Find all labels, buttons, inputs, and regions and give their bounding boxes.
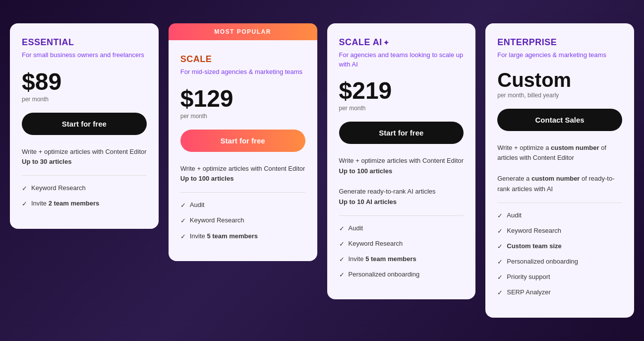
plan-scaleai-card: SCALE AI✦ For agencies and teams looking…	[327, 23, 476, 299]
plan-enterprise-period: per month, billed yearly	[497, 92, 622, 99]
check-icon: ✓	[22, 184, 27, 193]
plan-scaleai-wrapper: SCALE AI✦ For agencies and teams looking…	[327, 23, 476, 299]
feature-item: ✓ Audit	[339, 224, 464, 233]
plan-scale-features: ✓ Audit ✓ Keyword Research ✓ Invite 5 te…	[180, 201, 305, 241]
feature-priority-support: Priority support	[507, 273, 550, 281]
plan-essential-feature-desc: Write + optimize articles with Content E…	[22, 147, 147, 176]
plan-enterprise-features: ✓ Audit ✓ Keyword Research ✓ Custom team…	[497, 211, 622, 298]
check-icon: ✓	[497, 211, 503, 220]
feature-item: ✓ Personalized onboarding	[339, 270, 464, 279]
feature-custom-team: Custom team size	[507, 242, 562, 251]
feature-item: ✓ Custom team size	[497, 242, 622, 251]
feature-keyword-research: Keyword Research	[31, 184, 86, 193]
plan-enterprise-ai-desc: Generate a custom number of ready-to-ran…	[497, 175, 614, 193]
feature-item: ✓ Invite 5 team members	[339, 255, 464, 264]
plan-scale-card: SCALE For mid-sized agencies & marketing…	[169, 40, 317, 261]
plan-enterprise-feature-desc-text: Write + optimize a custom number of arti…	[497, 144, 606, 162]
plan-enterprise-card: ENTERPRISE For large agencies & marketin…	[485, 23, 634, 317]
plan-scale-wrapper: MOST POPULAR SCALE For mid-sized agencie…	[169, 23, 317, 261]
feature-serp-analyzer: SERP Analyzer	[507, 288, 551, 297]
feature-team-members: Invite 5 team members	[190, 232, 258, 241]
check-icon: ✓	[180, 201, 186, 210]
feature-audit: Audit	[507, 211, 522, 220]
plan-essential-wrapper: ESSENTIAL For small business owners and …	[10, 23, 159, 228]
plan-enterprise-wrapper: ENTERPRISE For large agencies & marketin…	[485, 23, 634, 317]
sparkle-icon: ✦	[383, 39, 390, 47]
plan-scale-tagline: For mid-sized agencies & marketing teams	[180, 68, 305, 76]
plan-scaleai-feature-desc-text: Write + optimize articles with Content E…	[339, 157, 464, 164]
feature-item: ✓ Keyword Research	[22, 184, 147, 193]
plan-scaleai-cta[interactable]: Start for free	[339, 122, 464, 144]
feature-audit: Audit	[190, 201, 205, 209]
plan-scaleai-feature-desc: Write + optimize articles with Content E…	[339, 156, 464, 216]
plan-scaleai-tagline: For agencies and teams looking to scale …	[339, 51, 464, 68]
plan-essential-tagline: For small business owners and freelancer…	[22, 51, 147, 60]
plan-essential-articles: Up to 30 articles	[22, 158, 71, 165]
plan-scale-articles: Up to 100 articles	[180, 175, 234, 182]
feature-onboarding: Personalized onboarding	[507, 257, 578, 266]
check-icon: ✓	[497, 242, 503, 251]
feature-item: ✓ Audit	[497, 211, 622, 220]
feature-item: ✓ Invite 5 team members	[180, 232, 305, 241]
plan-scaleai-name-text: SCALE AI	[339, 37, 382, 47]
check-icon: ✓	[497, 227, 503, 236]
feature-keyword-research: Keyword Research	[190, 216, 244, 225]
most-popular-badge: MOST POPULAR	[169, 23, 317, 40]
check-icon: ✓	[339, 271, 345, 279]
feature-keyword-research: Keyword Research	[507, 226, 561, 235]
plan-essential-price: $89	[22, 70, 147, 94]
plan-scale-price: $129	[180, 87, 305, 111]
plan-essential-card: ESSENTIAL For small business owners and …	[10, 23, 159, 228]
plan-essential-name: ESSENTIAL	[22, 37, 147, 48]
plan-scale-feature-desc-text: Write + optimize articles with Content E…	[180, 165, 305, 172]
check-icon: ✓	[339, 240, 345, 249]
feature-onboarding: Personalized onboarding	[349, 270, 420, 279]
check-icon: ✓	[497, 258, 503, 267]
feature-item: ✓ Keyword Research	[339, 239, 464, 249]
check-icon: ✓	[22, 200, 27, 208]
feature-team-members: Invite 5 team members	[349, 255, 416, 264]
check-icon: ✓	[339, 224, 345, 233]
plan-enterprise-name: ENTERPRISE	[497, 37, 622, 48]
feature-item: ✓ Audit	[180, 201, 305, 210]
plan-essential-feature-desc-text: Write + optimize articles with Content E…	[22, 148, 147, 155]
plan-scaleai-ai-desc: Generate ready-to-rank AI articles	[339, 188, 436, 195]
feature-item: ✓ Invite 2 team members	[22, 199, 147, 208]
plan-essential-period: per month	[22, 96, 147, 103]
check-icon: ✓	[497, 273, 503, 282]
plan-scale-cta[interactable]: Start for free	[180, 130, 305, 152]
plan-enterprise-tagline: For large agencies & marketing teams	[497, 51, 622, 60]
feature-team-members: Invite 2 team members	[31, 199, 99, 208]
check-icon: ✓	[180, 232, 186, 241]
plan-scale-name: SCALE	[180, 54, 305, 65]
feature-audit: Audit	[349, 224, 363, 233]
plan-scale-feature-desc: Write + optimize articles with Content E…	[180, 164, 305, 193]
plan-scaleai-name: SCALE AI✦	[339, 37, 464, 48]
plan-enterprise-feature-desc: Write + optimize a custom number of arti…	[497, 143, 622, 203]
pricing-grid: ESSENTIAL For small business owners and …	[10, 23, 634, 317]
check-icon: ✓	[497, 288, 503, 297]
feature-keyword-research: Keyword Research	[349, 239, 403, 248]
plan-scale-period: per month	[180, 113, 305, 120]
plan-essential-features: ✓ Keyword Research ✓ Invite 2 team membe…	[22, 184, 147, 208]
check-icon: ✓	[180, 216, 186, 225]
check-icon: ✓	[339, 255, 345, 264]
plan-essential-cta[interactable]: Start for free	[22, 113, 147, 135]
feature-item: ✓ SERP Analyzer	[497, 288, 622, 297]
plan-scaleai-articles: Up to 100 articles	[339, 167, 393, 175]
feature-item: ✓ Keyword Research	[497, 226, 622, 236]
plan-scaleai-period: per month	[339, 105, 464, 112]
feature-item: ✓ Priority support	[497, 273, 622, 282]
feature-item: ✓ Personalized onboarding	[497, 257, 622, 267]
plan-enterprise-cta[interactable]: Contact Sales	[497, 109, 622, 131]
plan-scaleai-ai-articles: Up to 10 AI articles	[339, 198, 397, 205]
feature-item: ✓ Keyword Research	[180, 216, 305, 225]
plan-scaleai-features: ✓ Audit ✓ Keyword Research ✓ Invite 5 te…	[339, 224, 464, 280]
plan-enterprise-price: Custom	[497, 70, 622, 90]
plan-scaleai-price: $219	[339, 79, 464, 103]
